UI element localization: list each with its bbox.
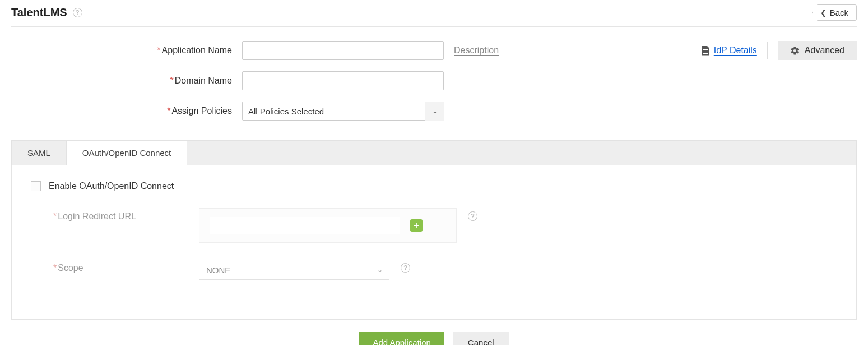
page-title: TalentLMS (11, 6, 67, 19)
enable-oauth-label: Enable OAuth/OpenID Connect (49, 181, 174, 191)
add-url-button[interactable]: + (410, 219, 423, 232)
help-icon[interactable]: ? (468, 211, 477, 221)
scope-select[interactable]: NONE ⌄ (199, 260, 389, 280)
chevron-left-icon: ❮ (820, 8, 827, 17)
login-redirect-container: + (199, 208, 457, 243)
tab-oauth[interactable]: OAuth/OpenID Connect (67, 140, 187, 165)
scope-label: *Scope (31, 260, 199, 273)
enable-oauth-checkbox[interactable] (31, 181, 41, 191)
assign-policies-select[interactable]: All Policies Selected ⌄ (242, 102, 444, 121)
help-icon[interactable]: ? (401, 263, 410, 273)
idp-details-link[interactable]: IdP Details (702, 45, 757, 56)
chevron-down-icon: ⌄ (370, 260, 389, 280)
back-label: Back (830, 8, 848, 17)
plus-icon: + (414, 221, 419, 230)
app-name-input[interactable] (242, 41, 444, 60)
tabs-bar: SAML OAuth/OpenID Connect (11, 140, 857, 165)
add-application-button[interactable]: Add Application (359, 332, 444, 345)
cancel-button[interactable]: Cancel (453, 332, 509, 345)
description-link[interactable]: Description (454, 45, 499, 56)
assign-policies-label: *Assign Policies (11, 106, 242, 116)
oauth-panel: Enable OAuth/OpenID Connect *Login Redir… (11, 165, 857, 320)
divider (767, 42, 768, 59)
tab-saml[interactable]: SAML (12, 141, 67, 165)
chevron-down-icon: ⌄ (425, 102, 444, 121)
domain-name-input[interactable] (242, 71, 444, 90)
app-name-label: *Application Name (11, 45, 242, 56)
gear-icon (790, 46, 800, 56)
login-redirect-input[interactable] (210, 217, 400, 234)
help-icon[interactable]: ? (73, 8, 82, 17)
login-redirect-label: *Login Redirect URL (31, 208, 199, 222)
back-button[interactable]: ❮ Back (812, 4, 857, 21)
advanced-button[interactable]: Advanced (778, 41, 857, 60)
document-icon (702, 46, 709, 56)
domain-name-label: *Domain Name (11, 76, 242, 86)
